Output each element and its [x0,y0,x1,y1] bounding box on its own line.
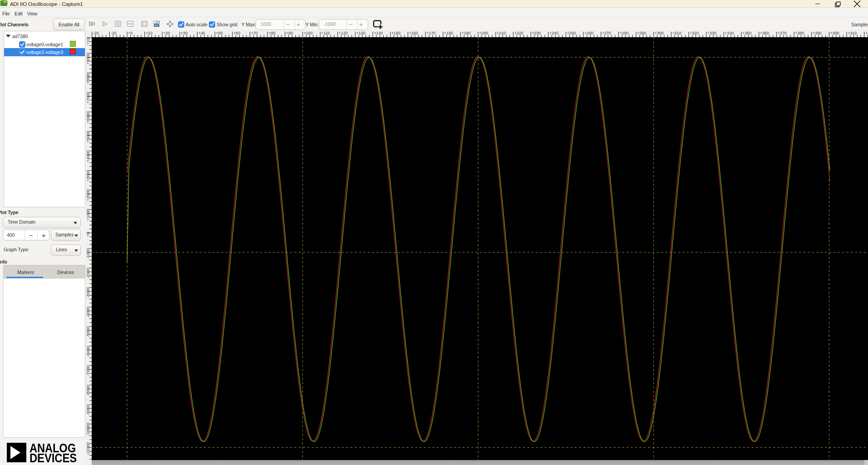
svg-text:+5000: +5000 [85,131,90,142]
svg-text:+410: +410 [848,31,857,35]
svg-text:-20: -20 [93,31,99,35]
svg-text:+270: +270 [602,31,611,35]
svg-text:+70: +70 [251,31,258,35]
svg-text:+230: +230 [532,31,541,35]
svg-text:+320: +320 [690,31,699,35]
svg-text:+200: +200 [479,31,488,35]
svg-text:-2000: -2000 [85,268,90,279]
svg-text:+50: +50 [216,31,223,35]
svg-text:+10000: +10000 [85,37,90,45]
svg-text:+60: +60 [233,31,240,35]
svg-text:+260: +260 [584,31,593,35]
svg-text:+360: +360 [760,31,769,35]
svg-text:+180: +180 [444,31,453,35]
svg-text:+20: +20 [163,31,170,35]
svg-text:+280: +280 [620,31,629,35]
svg-text:-1000: -1000 [85,248,90,259]
svg-text:-4000: -4000 [85,307,90,318]
svg-text:-8000: -8000 [85,385,90,396]
svg-text:+400: +400 [830,31,839,35]
svg-text:+40: +40 [198,31,205,35]
svg-text:-10: -10 [111,31,117,35]
svg-text:-7000: -7000 [85,365,90,376]
svg-text:-11000: -11000 [85,442,90,455]
svg-text:+160: +160 [409,31,418,35]
svg-text:+0: +0 [85,232,90,237]
svg-text:+310: +310 [672,31,681,35]
svg-text:+6000: +6000 [85,111,90,123]
svg-text:+250: +250 [567,31,576,35]
svg-text:+420: +420 [865,31,868,35]
svg-text:+170: +170 [426,31,435,35]
svg-text:+380: +380 [795,31,804,35]
svg-text:+390: +390 [813,31,822,35]
svg-text:+220: +220 [514,31,523,35]
svg-text:+300: +300 [655,31,664,35]
svg-text:+100: +100 [304,31,313,35]
svg-text:+240: +240 [549,31,558,35]
svg-text:+9000: +9000 [85,53,90,64]
svg-text:+2000: +2000 [85,189,90,201]
svg-text:DEVICES: DEVICES [30,451,77,463]
svg-text:-10000: -10000 [85,423,90,436]
svg-text:-6000: -6000 [85,346,90,357]
svg-text:+120: +120 [339,31,348,35]
svg-text:+210: +210 [497,31,506,35]
svg-text:+7000: +7000 [85,92,90,103]
svg-text:+330: +330 [707,31,716,35]
svg-text:+3000: +3000 [85,170,90,181]
svg-text:+370: +370 [778,31,787,35]
svg-text:-9000: -9000 [85,404,90,415]
svg-text:+130: +130 [356,31,365,35]
svg-text:+30: +30 [181,31,187,35]
svg-text:+4000: +4000 [85,150,90,162]
svg-text:+10: +10 [146,31,153,35]
svg-text:+90: +90 [286,31,293,35]
svg-text:+290: +290 [637,31,646,35]
svg-text:+8000: +8000 [85,72,90,84]
svg-text:+350: +350 [742,31,751,35]
svg-text:-5000: -5000 [85,326,90,337]
svg-text:-3000: -3000 [85,287,90,298]
svg-text:+0: +0 [128,31,133,35]
svg-text:+340: +340 [725,31,734,35]
svg-text:+110: +110 [321,31,330,35]
svg-text:+190: +190 [462,31,471,35]
svg-text:+80: +80 [269,31,276,35]
svg-text:+150: +150 [391,31,400,35]
svg-text:+140: +140 [374,31,383,35]
svg-text:+1000: +1000 [85,209,90,220]
